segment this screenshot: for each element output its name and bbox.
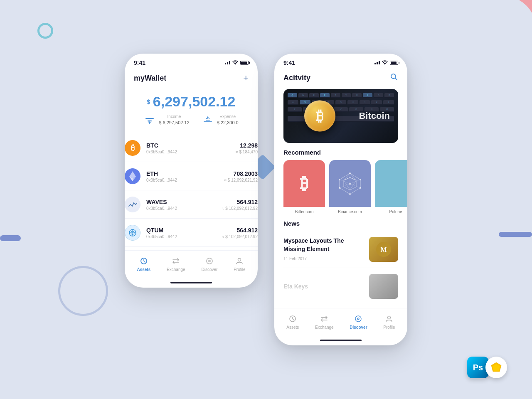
coin-qtum-card[interactable]: QTUM 0x3b5ca0...9442 564.912 ≈ $ 102,092…: [125, 219, 258, 247]
qtum-name: QTUM: [146, 227, 216, 234]
svg-point-18: [207, 258, 212, 264]
expense-value: $ 22,300.0: [217, 120, 239, 126]
nav-profile[interactable]: Profile: [234, 256, 245, 272]
rec-card-binance[interactable]: Binance.com: [329, 160, 371, 214]
news-item-2[interactable]: Eta Keys: [283, 268, 398, 305]
bottom-nav-2: Assets Exchange Discover: [274, 308, 407, 338]
nav-discover-2[interactable]: Discover: [350, 314, 367, 330]
rec-card-polone[interactable]: Polone: [375, 160, 407, 214]
signal-bar-c: [379, 61, 380, 64]
svg-point-20: [238, 259, 241, 261]
btc-name: BTC: [146, 142, 230, 149]
profile-icon: [235, 256, 244, 266]
signal-bars-2: [374, 61, 380, 64]
bitcoin-coin: ₿: [304, 101, 335, 132]
income-expense-row: Income $ 6,297,502.12 Expens: [125, 114, 258, 126]
sketch-badge: [485, 357, 507, 378]
nav-exchange-2[interactable]: Exchange: [315, 314, 333, 330]
waves-info: WAVES 0x3b5ca0...9442: [146, 199, 216, 211]
svg-point-21: [384, 63, 385, 64]
status-icons-1: [225, 60, 249, 66]
signal-bar-a: [374, 63, 376, 64]
svg-rect-8: [206, 120, 210, 121]
btc-info: BTC 0x3b5ca0...9442: [146, 142, 230, 154]
balance-display: $ 6,297,502.12: [125, 94, 258, 110]
bitcoin-banner[interactable]: QWERTYUIOP ASDFGHJKL ZXCVBNM ₿ Bitc: [283, 89, 398, 143]
wifi-icon-1: [232, 60, 238, 66]
discover-icon-2: [354, 314, 363, 323]
svg-point-34: [339, 187, 340, 189]
home-bar-1: [170, 282, 212, 283]
coin-waves-card[interactable]: WAVES 0x3b5ca0...9442 564.912 ≈ $ 102,09…: [125, 191, 258, 219]
svg-point-19: [209, 260, 210, 262]
income-label: Income: [159, 114, 189, 120]
balance-dollar-sign: $: [147, 99, 150, 105]
nav-assets-2[interactable]: Assets: [286, 314, 299, 330]
nav-profile-label: Profile: [234, 267, 245, 272]
rec-binance-label: Binance.com: [329, 207, 371, 214]
coin-eth-card[interactable]: ETH 0x3b5ca0...9442 708.2003 ≈ $ 12,092,…: [125, 163, 258, 190]
news-item-2-title: Eta Keys: [283, 283, 364, 290]
news-item-1-thumb: M: [369, 237, 398, 262]
eth-amount: 708.2003: [224, 170, 258, 177]
qtum-address: 0x3b5ca0...9442: [146, 234, 216, 239]
tool-badges: Ps: [467, 357, 507, 378]
expense-text: Expense $ 22,300.0: [217, 114, 239, 126]
eth-info: ETH 0x3b5ca0...9442: [146, 170, 218, 182]
waves-address: 0x3b5ca0...9442: [146, 206, 216, 211]
expense-icon: [202, 114, 214, 126]
btc-amount: 12.298: [236, 142, 258, 149]
eth-address: 0x3b5ca0...9442: [146, 178, 218, 182]
activity-title: Acitvity: [283, 74, 310, 82]
waves-usd: ≈ $ 102,092,012.92: [222, 206, 258, 211]
news-item-1[interactable]: Myspace Layouts The Missing Element 11 F…: [283, 231, 398, 268]
nav-discover-label: Discover: [201, 267, 217, 272]
assets-icon-2: [288, 314, 297, 323]
nav-assets-2-label: Assets: [286, 325, 299, 330]
exchange-icon-2: [320, 314, 329, 323]
svg-point-33: [349, 193, 351, 195]
eth-icon: [125, 168, 140, 184]
signal-bar-2: [227, 62, 228, 64]
rec-card-bitter[interactable]: ₿ Bitter.com: [283, 160, 325, 214]
search-button[interactable]: [390, 73, 398, 83]
news-item-1-date: 11 Feb 2017: [283, 256, 364, 261]
nav-exchange[interactable]: Exchange: [167, 256, 185, 272]
svg-point-42: [388, 316, 391, 319]
nav-profile-2[interactable]: Profile: [383, 314, 395, 330]
rec-binance-icon: [329, 160, 371, 207]
status-time-1: 9:41: [134, 59, 145, 66]
eth-usd: ≈ $ 12,092,021.92: [224, 178, 258, 182]
signal-bar-1: [225, 63, 226, 64]
wallet-title: myWallet: [134, 74, 166, 83]
nav-profile-2-label: Profile: [383, 325, 395, 330]
discover-icon: [205, 256, 214, 266]
svg-point-35: [339, 179, 340, 180]
qtum-values: 564.912 ≈ $ 102,092,012.92: [222, 227, 258, 239]
nav-assets-label: Assets: [137, 267, 150, 272]
nav-discover[interactable]: Discover: [201, 256, 217, 272]
svg-rect-7: [204, 121, 212, 122]
bg-decoration-rect-right: [499, 232, 532, 237]
battery-icon-2: [390, 61, 398, 65]
news-title: News: [274, 220, 407, 227]
btc-usd: ≈ $ 184,470: [236, 150, 258, 154]
nav-exchange-2-label: Exchange: [315, 325, 333, 330]
status-bar-1: 9:41: [125, 54, 258, 69]
waves-values: 564.912 ≈ $ 102,092,012.92: [222, 199, 258, 211]
svg-point-32: [360, 187, 361, 189]
coin-btc-card[interactable]: ₿ BTC 0x3b5ca0...9442 12.298 ≈ $ 184,470: [125, 134, 258, 162]
income-value: $ 6,297,502.12: [159, 120, 189, 126]
svg-point-3: [235, 63, 236, 64]
balance-section: $ 6,297,502.12 Income $ 6,: [125, 89, 258, 134]
rec-bitter-label: Bitter.com: [283, 207, 325, 214]
wallet-header: myWallet +: [125, 69, 258, 89]
rec-polo-icon: [375, 160, 407, 207]
rec-btc-icon: ₿: [283, 160, 325, 207]
home-bar-2: [320, 340, 362, 341]
nav-exchange-label: Exchange: [167, 267, 185, 272]
svg-point-36: [349, 182, 351, 185]
nav-assets[interactable]: Assets: [137, 256, 150, 272]
add-wallet-button[interactable]: +: [243, 73, 249, 84]
news-item-1-text: Myspace Layouts The Missing Element 11 F…: [283, 237, 364, 261]
